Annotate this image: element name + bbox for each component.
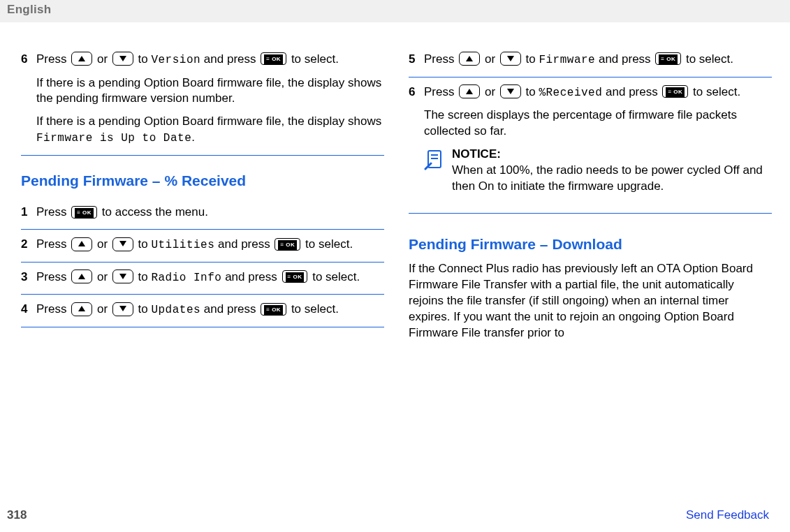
step-body: Press or to %Received and press ≡ OK to …	[424, 84, 772, 195]
up-key-icon	[71, 302, 92, 316]
step-body: Press or to Firmware and press ≡ OK to s…	[424, 52, 772, 68]
svg-marker-2	[78, 241, 85, 246]
step-number: 3	[21, 269, 36, 286]
step-number: 4	[21, 302, 36, 318]
step-body: Press or to Updates and press ≡ OK to se…	[36, 302, 384, 318]
up-key-icon	[459, 84, 480, 98]
svg-marker-8	[466, 56, 473, 61]
svg-marker-7	[119, 306, 126, 311]
header-language: English	[7, 3, 52, 16]
lcd-text: Firmware	[539, 54, 595, 66]
lcd-text: %Received	[539, 87, 602, 99]
section-divider	[409, 213, 772, 214]
page-number: 318	[7, 508, 27, 524]
right-column: 5 Press or to Firmware and press ≡ OK to…	[409, 45, 772, 502]
step-body: Press or to Radio Info and press ≡ OK to…	[36, 269, 384, 286]
svg-marker-0	[78, 56, 85, 61]
step-body: Press or to Version and press ≡ OK to se…	[36, 52, 384, 147]
section-heading-download: Pending Firmware – Download	[409, 235, 772, 254]
step-number: 6	[21, 52, 36, 147]
step-number: 6	[409, 84, 424, 195]
lcd-text: Utilities	[151, 239, 214, 251]
content-area: 6 Press or to Version and press ≡ OK to …	[0, 22, 790, 502]
down-key-icon	[500, 52, 521, 66]
ok-key-icon: ≡ OK	[261, 52, 286, 65]
lcd-text: Updates	[151, 304, 200, 316]
svg-marker-3	[119, 241, 126, 246]
left-step-6: 6 Press or to Version and press ≡ OK to …	[21, 45, 384, 156]
step-number: 5	[409, 52, 424, 68]
step-body: Press or to Utilities and press ≡ OK to …	[36, 237, 384, 253]
left-step-3: 3 Press or to Radio Info and press ≡ OK …	[21, 263, 384, 295]
section-heading-received: Pending Firmware – % Received	[21, 171, 384, 191]
down-key-icon	[112, 302, 133, 316]
svg-marker-5	[119, 274, 126, 279]
ok-key-icon: ≡ OK	[261, 303, 286, 316]
lcd-text: Version	[151, 54, 200, 66]
step-text: If there is a pending Option Board firmw…	[36, 114, 384, 147]
up-key-icon	[71, 237, 92, 251]
lcd-text: Radio Info	[151, 272, 221, 284]
ok-key-icon: ≡ OK	[71, 206, 97, 219]
svg-marker-11	[507, 89, 514, 94]
svg-marker-6	[78, 306, 85, 311]
left-column: 6 Press or to Version and press ≡ OK to …	[21, 45, 384, 502]
lcd-text: Firmware is Up to Date	[36, 132, 191, 145]
footer: 318 Send Feedback	[0, 502, 790, 532]
up-key-icon	[459, 52, 480, 66]
step-text: Press or to Utilities and press ≡ OK to …	[36, 237, 384, 253]
step-text: Press or to %Received and press ≡ OK to …	[424, 84, 772, 101]
step-text: Press or to Version and press ≡ OK to se…	[36, 52, 384, 68]
ok-key-icon: ≡ OK	[282, 270, 308, 283]
right-step-5: 5 Press or to Firmware and press ≡ OK to…	[409, 45, 772, 77]
page: English 6 Press or to Version and press …	[0, 0, 790, 532]
right-step-6: 6 Press or to %Received and press ≡ OK t…	[409, 77, 772, 203]
step-text: Press ≡ OK to access the menu.	[36, 205, 384, 221]
ok-key-icon: ≡ OK	[662, 85, 688, 98]
ok-key-icon: ≡ OK	[275, 238, 300, 251]
step-body: Press ≡ OK to access the menu.	[36, 205, 384, 221]
notice-text: When at 100%, the radio needs to be powe…	[452, 163, 763, 193]
notice-icon	[424, 147, 452, 195]
svg-marker-10	[466, 89, 473, 94]
left-step-2: 2 Press or to Utilities and press ≡ OK t…	[21, 230, 384, 263]
step-text: The screen displays the percentage of fi…	[424, 108, 772, 140]
notice-title: NOTICE:	[452, 147, 501, 161]
step-text: If there is a pending Option Board firmw…	[36, 75, 384, 108]
step-text: Press or to Firmware and press ≡ OK to s…	[424, 52, 772, 68]
down-key-icon	[112, 52, 133, 66]
section-paragraph: If the Connect Plus radio has previously…	[409, 261, 772, 341]
step-text: Press or to Radio Info and press ≡ OK to…	[36, 269, 384, 286]
svg-marker-9	[507, 56, 514, 61]
down-key-icon	[500, 84, 521, 98]
header-bar: English	[0, 0, 790, 22]
up-key-icon	[71, 269, 92, 283]
ok-key-icon: ≡ OK	[655, 52, 681, 65]
down-key-icon	[112, 269, 133, 283]
left-step-1: 1 Press ≡ OK to access the menu.	[21, 198, 384, 230]
svg-marker-4	[78, 274, 85, 279]
step-text: Press or to Updates and press ≡ OK to se…	[36, 302, 384, 318]
left-step-4: 4 Press or to Updates and press ≡ OK to …	[21, 295, 384, 327]
step-number: 1	[21, 205, 36, 221]
svg-marker-1	[119, 56, 126, 61]
up-key-icon	[71, 52, 92, 66]
down-key-icon	[112, 237, 133, 251]
notice-block: NOTICE: When at 100%, the radio needs to…	[424, 147, 772, 195]
notice-body: NOTICE: When at 100%, the radio needs to…	[452, 147, 772, 195]
step-number: 2	[21, 237, 36, 253]
send-feedback-link[interactable]: Send Feedback	[686, 508, 769, 524]
